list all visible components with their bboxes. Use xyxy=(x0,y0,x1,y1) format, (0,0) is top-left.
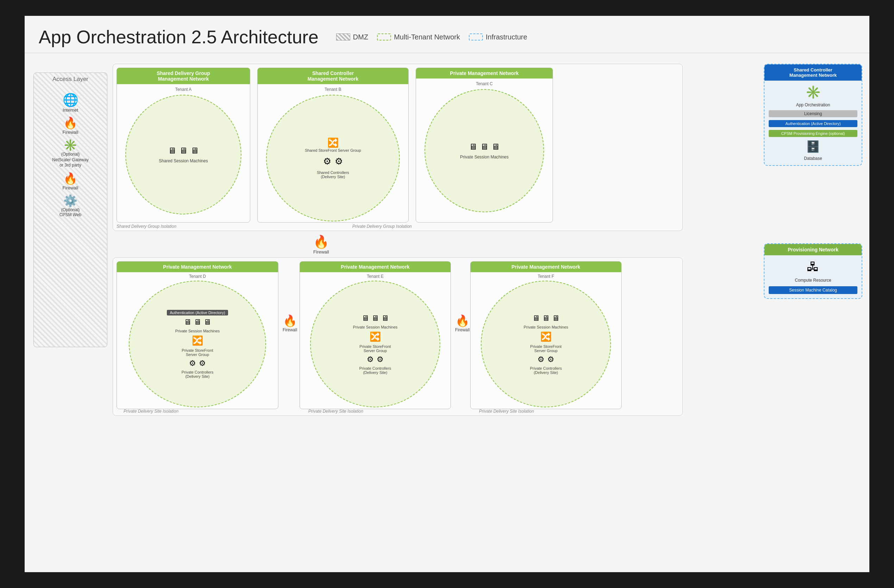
srv-d-1: 🖥 xyxy=(184,317,192,327)
firewall2-icon-group: 🔥 Firewall xyxy=(34,172,107,190)
infra-label: Infrastructure xyxy=(486,33,527,41)
priv-servers-f: 🖥 🖥 🖥 xyxy=(532,314,560,323)
tenant-c-label: Tenant C xyxy=(416,79,553,89)
auth-box-right: Authentication (Active Directory) xyxy=(769,120,858,127)
tenant-a-circle: 🖥 🖥 🖥 Shared Session Machines xyxy=(125,95,242,215)
dmz-icon xyxy=(336,33,350,41)
tenant-b-label: Tenant B xyxy=(258,84,408,95)
srv-e-1: 🖥 xyxy=(361,314,369,323)
private-f-isolation: Private Delivery Site Isolation xyxy=(479,409,534,414)
priv-sess-d: Private Session Machines xyxy=(175,329,220,333)
priv-servers-e: 🖥 🖥 🖥 xyxy=(361,314,389,323)
firewall-d-icon: 🔥 xyxy=(283,314,297,328)
storefront-e-label: Private StoreFrontServer Group xyxy=(359,345,391,353)
ctrl-d-label: Private Controllers(Delivery Site) xyxy=(181,370,213,378)
legend-multi-tenant: Multi-Tenant Network xyxy=(377,33,460,41)
tenant-a-label: Tenant A xyxy=(117,84,250,95)
auth-box-d: Authentication (Active Directory) xyxy=(167,310,228,316)
access-layer: Access Layer 🌐 Internet 🔥 Firewall ✳️ (O… xyxy=(33,73,107,347)
multi-tenant-icon xyxy=(377,33,391,41)
storefront-d-icon: 🔀 xyxy=(192,335,203,346)
compute-label: Compute Resource xyxy=(795,278,831,283)
netscaler-icon: ✳️ xyxy=(63,138,77,152)
shared-controller-mgmt-network: Shared ControllerManagement Network Tena… xyxy=(257,68,409,222)
firewall-middle-group: 🔥 Firewall xyxy=(313,234,329,255)
ctrl-d-2: ⚙ xyxy=(199,359,206,368)
tenant-d-network: Private Management Network Tenant D Auth… xyxy=(116,261,278,409)
tenant-e-label: Tenant E xyxy=(300,272,450,281)
firewall-middle-label: Firewall xyxy=(313,249,329,255)
priv-servers-d: 🖥 🖥 🖥 xyxy=(184,317,211,327)
firewall-e-label: Firewall xyxy=(455,328,470,333)
private-mgmt-top: Private Management Network Tenant C 🖥 🖥 … xyxy=(416,68,553,222)
priv-server-c-3: 🖥 xyxy=(491,142,500,152)
cpsm-label: (Optional)CPSM Web xyxy=(59,207,81,217)
cpsm-icon: ⚙️ xyxy=(63,194,77,207)
priv-sess-f: Private Session Machines xyxy=(524,325,568,329)
firewall2-icon: 🔥 xyxy=(63,172,77,185)
infra-icon xyxy=(469,33,483,41)
tenant-d-circle: Authentication (Active Directory) 🖥 🖥 🖥 … xyxy=(129,281,266,407)
tenant-e-circle: 🖥 🖥 🖥 Private Session Machines 🔀 Private… xyxy=(310,281,440,407)
firewall-e-group: 🔥 Firewall xyxy=(455,314,470,333)
top-section: Shared Delivery GroupManagement Network … xyxy=(113,64,683,231)
tenant-f-label: Tenant F xyxy=(471,272,621,281)
globe-icon: 🌐 xyxy=(63,92,79,107)
firewall1-icon: 🔥 xyxy=(63,116,77,130)
page-title: App Orchestration 2.5 Architecture xyxy=(39,26,319,48)
storefront-label: Shared StoreFront Server Group xyxy=(305,148,361,153)
compute-icon: 🖧 xyxy=(807,260,819,274)
priv-sess-e: Private Session Machines xyxy=(353,325,398,329)
dmz-label: DMZ xyxy=(353,33,368,41)
storefront-group: 🔀 Shared StoreFront Server Group xyxy=(305,137,361,153)
tenant-b-circle: 🔀 Shared StoreFront Server Group ⚙ ⚙ Sha… xyxy=(266,95,400,221)
tenant-c-circle: 🖥 🖥 🖥 Private Session Machines xyxy=(424,89,544,212)
legend: DMZ Multi-Tenant Network Infrastructure xyxy=(336,33,527,41)
tenant-e-header: Private Management Network xyxy=(300,262,450,272)
srv-f-1: 🖥 xyxy=(532,314,540,323)
database-label: Database xyxy=(804,156,822,161)
internet-label: Internet xyxy=(63,107,78,113)
srv-d-2: 🖥 xyxy=(193,317,201,327)
ctrl-d-1: ⚙ xyxy=(189,359,196,368)
ctrl-f-1: ⚙ xyxy=(538,355,545,364)
srv-e-3: 🖥 xyxy=(381,314,389,323)
netscaler-label: (Optional)NetScaler Gatewayor 3rd party xyxy=(52,152,88,168)
ctrl-e-2: ⚙ xyxy=(377,355,384,364)
ctrl-e-label: Private Controllers(Delivery Site) xyxy=(359,366,391,375)
firewall-d-group: 🔥 Firewall xyxy=(282,314,297,333)
licensing-box: Licensing xyxy=(769,110,858,117)
cpsm-box: CPSM Provisioning Engine (optional) xyxy=(769,130,858,137)
tenant-d-header: Private Management Network xyxy=(117,262,278,272)
firewall-d-label: Firewall xyxy=(282,328,297,333)
right-panel-top-header: Shared ControllerManagement Network xyxy=(764,64,862,81)
tenant-d-label: Tenant D xyxy=(117,272,278,281)
firewall1-icon-group: 🔥 Firewall xyxy=(34,116,107,135)
netscaler-icon-group: ✳️ (Optional)NetScaler Gatewayor 3rd par… xyxy=(34,138,107,168)
server-icon-1: 🖥 xyxy=(168,146,176,156)
srv-d-3: 🖥 xyxy=(204,317,211,327)
private-d-isolation: Private Delivery Site Isolation xyxy=(124,409,178,414)
tenant-e-network: Private Management Network Tenant E 🖥 🖥 … xyxy=(299,261,451,409)
legend-infra: Infrastructure xyxy=(469,33,527,41)
ctrl-f-label: Private Controllers(Delivery Site) xyxy=(530,366,562,375)
srv-f-2: 🖥 xyxy=(542,314,550,323)
session-catalog-box: Session Machine Catalog xyxy=(769,286,858,294)
controllers-row: ⚙ ⚙ xyxy=(323,156,343,167)
session-machine-icons: 🖥 🖥 🖥 xyxy=(168,146,199,156)
legend-dmz: DMZ xyxy=(336,33,368,41)
bottom-section: Private Management Network Tenant D Auth… xyxy=(113,257,683,416)
ctrls-d: ⚙ ⚙ xyxy=(189,359,206,368)
access-layer-label: Access Layer xyxy=(34,73,107,86)
ctrls-f: ⚙ ⚙ xyxy=(538,355,554,364)
right-panel-bottom-content: 🖧 Compute Resource Session Machine Catal… xyxy=(764,255,862,298)
cpsm-icon-group: ⚙️ (Optional)CPSM Web xyxy=(34,194,107,217)
shared-delivery-mgmt-network: Shared Delivery GroupManagement Network … xyxy=(116,68,250,222)
shared-controllers-label: Shared Controllers(Delivery Site) xyxy=(317,171,349,179)
private-e-isolation: Private Delivery Site Isolation xyxy=(308,409,363,414)
server-icon-2: 🖥 xyxy=(179,146,187,156)
shared-controller-header: Shared ControllerManagement Network xyxy=(258,68,408,84)
database-icon: 🗄️ xyxy=(806,140,820,153)
priv-server-c-1: 🖥 xyxy=(469,142,477,152)
tenant-f-circle: 🖥 🖥 🖥 Private Session Machines 🔀 Private… xyxy=(481,281,611,407)
